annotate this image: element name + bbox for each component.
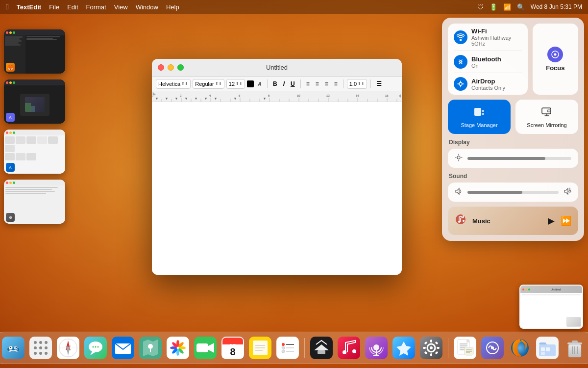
stage-thumb-3[interactable]: A [4,130,65,174]
svg-point-58 [569,190,571,192]
minimize-button[interactable] [168,64,174,71]
svg-rect-144 [430,353,432,356]
svg-rect-143 [430,340,432,342]
menu-file[interactable]: File [49,3,59,11]
menu-window[interactable]: Window [136,3,158,11]
menu-edit[interactable]: Edit [67,3,78,11]
dock-finder[interactable] [0,335,26,361]
svg-rect-153 [466,340,469,342]
align-right-button[interactable]: ≡ [323,80,330,88]
dock-appletv[interactable] [309,335,334,361]
line-spacing-select[interactable]: 1.0 ⬆⬇ [347,79,367,89]
battery-icon[interactable]: 🔋 [490,3,497,11]
dock-facetime[interactable] [193,335,218,361]
shield-icon[interactable]: 🛡 [477,3,484,11]
italic-button[interactable]: I [281,80,287,88]
dock-trash[interactable] [562,335,588,361]
dock-music[interactable] [336,335,362,361]
dock-appstore[interactable] [391,335,416,361]
display-slider-row[interactable] [448,149,578,168]
focus-tile[interactable]: Focus [533,24,578,95]
sound-slider-row[interactable] [448,183,578,202]
apple-menu[interactable]:  [6,2,9,11]
svg-point-93 [98,346,99,348]
stage-thumb-4[interactable]: ⚙ [4,180,65,224]
stage-thumb-2[interactable]: A [4,79,65,124]
svg-rect-132 [338,337,360,359]
maximize-button[interactable] [177,64,184,71]
font-style-select[interactable]: Regular ⬆⬇ [193,79,224,89]
menu-help[interactable]: Help [166,3,179,11]
menu-format[interactable]: Format [86,3,106,11]
svg-text:16: 16 [385,95,389,98]
dock-calendar[interactable]: 8 JUN [220,335,245,361]
music-play-button[interactable]: ▶ [548,215,555,226]
svg-point-128 [282,350,285,353]
dock-launchpad[interactable] [28,335,53,361]
font-size-select[interactable]: 12 ⬆⬇ [226,79,245,89]
wifi-toggle[interactable]: Wi-Fi Ashwin Hathway 5GHz [454,27,522,47]
svg-rect-146 [437,347,440,349]
dock-safari[interactable] [55,335,81,361]
toolbar-sep-2 [300,79,301,88]
control-center: Wi-Fi Ashwin Hathway 5GHz Bluetooth On [442,18,584,241]
svg-point-126 [282,346,285,349]
dock-firefox[interactable] [507,335,533,361]
window-content[interactable] [152,102,402,275]
app-name-textedit[interactable]: TextEdit [17,3,41,11]
music-label: Music [472,217,490,225]
sound-output-icon[interactable] [564,187,571,197]
dock-mail[interactable] [110,335,136,361]
list-button[interactable]: ☰ [374,80,384,88]
align-left-button[interactable]: ≡ [304,80,312,88]
screen-mirroring-tile[interactable]: Screen Mirroring [515,100,578,134]
dock-system-preferences[interactable] [418,335,444,361]
svg-rect-171 [541,352,545,355]
close-button[interactable] [158,64,164,71]
align-center-button[interactable]: ≡ [314,80,321,88]
dock-files[interactable] [535,335,560,361]
sound-slider-track[interactable] [467,191,559,194]
stage-manager-icon [473,106,485,120]
dock-messages[interactable] [83,335,108,361]
wifi-label: Wi-Fi [471,27,522,35]
menu-view[interactable]: View [114,3,128,11]
stage-thumb-1[interactable]: 🦊 [4,29,65,74]
font-family-select[interactable]: Helvetica ⬆⬇ [156,79,191,89]
sound-label: Sound [448,173,578,180]
bluetooth-toggle[interactable]: Bluetooth On [454,55,522,69]
stage-manager-tile[interactable]: Stage Manager [448,100,511,134]
dock-photos[interactable] [165,335,191,361]
dock-reminders[interactable] [275,335,300,361]
dock-proxyman[interactable] [480,335,505,361]
underline-button[interactable]: U [289,80,297,88]
svg-point-80 [45,352,48,355]
svg-rect-52 [547,110,550,112]
datetime-display[interactable]: Wed 8 Jun 5:31 PM [531,3,582,10]
align-justify-button[interactable]: ≡ [332,80,340,88]
svg-point-46 [459,82,462,85]
dock-podcasts[interactable] [364,335,389,361]
bold-button[interactable]: B [271,80,279,88]
wifi-icon[interactable]: 📶 [503,3,511,11]
toolbar-sep-1 [267,79,268,88]
display-slider-track[interactable] [467,157,571,160]
airdrop-toggle[interactable]: AirDrop Contacts Only [454,77,522,91]
text-color-box[interactable] [247,80,254,87]
music-forward-button[interactable]: ⏩ [561,215,571,226]
svg-text:2: 2 [180,95,181,98]
music-tile[interactable]: Music ▶ ⏩ [448,207,578,235]
svg-point-124 [282,343,285,346]
font-color-btn[interactable]: A [256,80,264,87]
dock-notes[interactable] [247,335,273,361]
window-ruler: 2 4 6 8 10 [152,91,402,102]
display-section: Display [448,139,578,168]
svg-point-134 [352,349,356,353]
dock-textedit[interactable] [452,335,478,361]
bluetooth-label: Bluetooth [471,55,501,63]
dock-maps[interactable] [138,335,163,361]
toolbar-sep-4 [370,79,371,88]
search-icon[interactable]: 🔍 [517,3,525,11]
svg-rect-108 [196,343,208,352]
svg-point-79 [39,352,42,355]
